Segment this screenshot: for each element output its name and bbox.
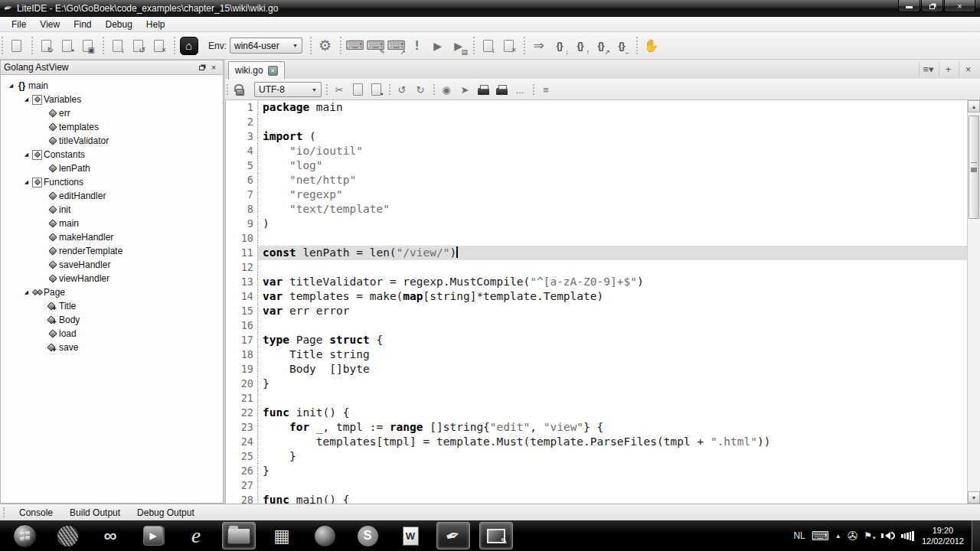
expand-arrow-icon[interactable]: ◢: [22, 96, 31, 103]
action-center-flag-icon[interactable]: ⚑▾: [864, 530, 875, 541]
expand-arrow-icon[interactable]: ◢: [22, 179, 31, 185]
scroll-down-icon[interactable]: ▼: [968, 491, 980, 504]
lock-icon[interactable]: [230, 81, 249, 98]
scrollbar-thumb[interactable]: [969, 116, 979, 219]
tree-item-body[interactable]: ✚Body: [1, 313, 223, 327]
build-install-icon[interactable]: ⌨↗: [386, 36, 407, 56]
open-file-icon[interactable]: ↻: [36, 36, 57, 56]
close-button[interactable]: ×: [944, 0, 975, 12]
internet-explorer-icon[interactable]: e: [179, 522, 213, 549]
env-dropdown[interactable]: win64-user ▼: [230, 37, 302, 54]
split-editor-icon[interactable]: +: [939, 62, 957, 77]
tree-item-titlevalidator[interactable]: titleValidator: [1, 134, 223, 148]
skype-icon[interactable]: S: [351, 522, 384, 549]
tree-item-constants[interactable]: ◢Constants: [1, 148, 223, 161]
tree-item-init[interactable]: init: [1, 203, 223, 217]
expand-arrow-icon[interactable]: ◢: [7, 83, 15, 89]
network-globe-icon[interactable]: [51, 522, 84, 549]
tree-item-err[interactable]: err: [1, 106, 223, 120]
step-over-icon[interactable]: {}↑: [570, 36, 590, 56]
menu-item-help[interactable]: Help: [139, 18, 172, 31]
copy-icon[interactable]: [348, 81, 367, 98]
menu-item-find[interactable]: Find: [67, 18, 98, 31]
photo-editor-icon[interactable]: [479, 522, 513, 549]
undo-icon[interactable]: ↺: [393, 81, 411, 98]
firefox-icon[interactable]: [308, 522, 341, 549]
print-preview-icon[interactable]: [492, 81, 511, 98]
expand-arrow-icon[interactable]: ◢: [22, 152, 31, 158]
save-all-icon[interactable]: ▣: [77, 36, 98, 56]
clear-doc-icon[interactable]: ×: [498, 36, 519, 56]
tree-item-page[interactable]: ◢Page: [1, 285, 223, 299]
clock[interactable]: 19:20 12/02/2012: [922, 525, 964, 546]
output-tab-debug-output[interactable]: Debug Output: [129, 507, 203, 518]
tree-item-savehandler[interactable]: saveHandler: [1, 258, 223, 272]
vertical-scrollbar[interactable]: ▲ ▼: [967, 100, 980, 504]
menu-item-view[interactable]: View: [33, 18, 67, 31]
tree-item-lenpath[interactable]: lenPath: [1, 161, 223, 175]
paste-icon[interactable]: ▪: [367, 81, 385, 98]
continue-debug-icon[interactable]: ⇒: [528, 36, 549, 56]
hidden-icons-button[interactable]: ▲: [835, 533, 841, 540]
tree-item-save[interactable]: ✚save: [1, 341, 223, 354]
revert-file-icon[interactable]: ↓: [107, 36, 128, 56]
menu-item-debug[interactable]: Debug: [98, 18, 139, 31]
run-file-icon[interactable]: ▶▤: [448, 36, 469, 56]
stop-build-icon[interactable]: !: [407, 36, 427, 56]
safely-remove-icon[interactable]: ✇: [848, 529, 858, 543]
tree-item-edithandler[interactable]: editHandler: [1, 189, 223, 203]
scroll-up-icon[interactable]: ▲: [968, 100, 980, 112]
editor-list-icon[interactable]: ≡▾: [919, 62, 937, 77]
tree-item-makehandler[interactable]: makeHandler: [1, 230, 223, 244]
home-icon[interactable]: ⌂: [178, 36, 199, 56]
show-desktop-button[interactable]: [972, 520, 980, 551]
redo-icon[interactable]: ↻: [411, 81, 430, 98]
keyboard-icon[interactable]: ⌨: [812, 529, 829, 543]
run-to-cursor-icon[interactable]: {}←: [611, 36, 632, 56]
output-tab-build-output[interactable]: Build Output: [61, 507, 129, 518]
tree-item-main[interactable]: main: [1, 217, 223, 230]
options-gear-icon[interactable]: ⚙: [315, 36, 335, 56]
calculator-icon[interactable]: ▦: [265, 522, 299, 549]
expand-arrow-icon[interactable]: ◢: [22, 289, 31, 295]
outline-list-icon[interactable]: ≡: [537, 81, 555, 98]
output-tab-console[interactable]: Console: [11, 507, 61, 518]
windows-explorer-icon[interactable]: [222, 522, 256, 549]
tab-wiki-go[interactable]: wiki.go ×: [228, 61, 285, 79]
cut-icon[interactable]: ✂: [330, 81, 348, 98]
volume-icon[interactable]: [881, 532, 895, 540]
new-file-icon[interactable]: [6, 36, 27, 56]
more-icon[interactable]: ...: [511, 81, 529, 98]
close-sidebar-icon[interactable]: ×: [207, 63, 220, 72]
code-editor[interactable]: 1package main23import (4 "io/ioutil"5 "l…: [225, 100, 980, 504]
liteide-icon[interactable]: ✒: [436, 522, 470, 549]
save-file-icon[interactable]: ▪: [57, 36, 77, 56]
step-into-icon[interactable]: {}↓: [549, 36, 570, 56]
network-signal-icon[interactable]: [901, 531, 914, 541]
float-pane-icon[interactable]: [195, 63, 207, 72]
media-player-icon[interactable]: ▶: [136, 522, 170, 549]
visual-studio-icon[interactable]: ∞: [93, 522, 127, 549]
tree-item-main[interactable]: ◢{}main: [1, 79, 223, 93]
titlebar[interactable]: ✒ LiteIDE - E:\Go\GoBoek\code_examples\c…: [0, 0, 980, 17]
start-button[interactable]: [8, 522, 41, 549]
run-icon[interactable]: ▶: [427, 36, 448, 56]
tree-item-rendertemplate[interactable]: renderTemplate: [1, 244, 223, 258]
record-macro-icon[interactable]: ◉: [437, 81, 456, 98]
minimize-button[interactable]: [898, 0, 920, 12]
close-editor-icon[interactable]: ×: [959, 62, 977, 77]
build-icon[interactable]: ⌨: [345, 36, 365, 56]
tree-item-load[interactable]: load: [1, 327, 223, 341]
word-icon[interactable]: W: [394, 522, 427, 549]
step-out-icon[interactable]: {}↗: [590, 36, 611, 56]
menu-item-file[interactable]: File: [5, 18, 33, 31]
tree-item-variables[interactable]: ◢Variables: [1, 93, 223, 106]
stop-debug-hand-icon[interactable]: ✋: [641, 36, 662, 56]
export-doc-icon[interactable]: ↓: [478, 36, 498, 56]
print-icon[interactable]: [474, 81, 492, 98]
tree-item-title[interactable]: ✚Title: [1, 299, 223, 313]
reload-file-icon[interactable]: ↺: [128, 36, 149, 56]
tree-item-viewhandler[interactable]: viewHandler: [1, 272, 223, 285]
play-macro-icon[interactable]: ➤: [456, 81, 474, 98]
tree-item-templates[interactable]: templates: [1, 120, 223, 134]
